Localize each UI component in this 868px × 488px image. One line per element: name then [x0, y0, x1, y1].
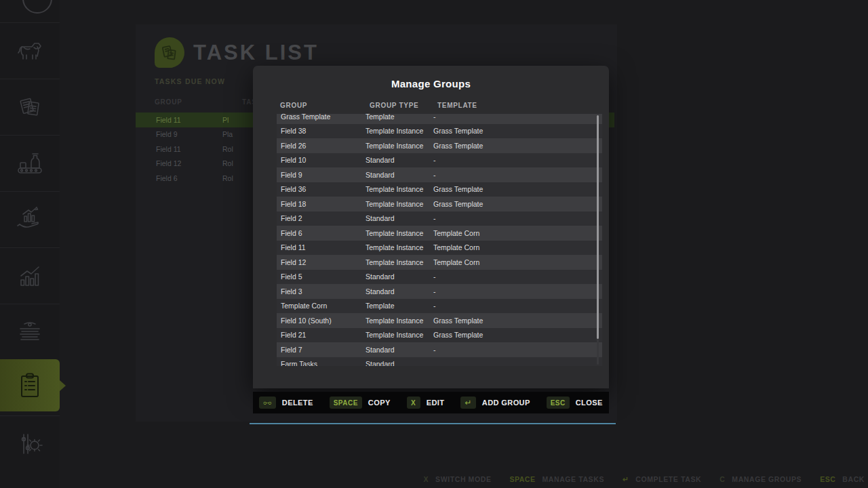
keycap: X — [407, 396, 420, 409]
group-cell: Field 5 — [277, 272, 366, 281]
statistics-icon — [15, 262, 45, 290]
dialog-button[interactable]: X EDIT — [407, 396, 445, 409]
enter-key-icon: ↵ — [460, 396, 476, 409]
group-row[interactable]: Field 11 Template Instance Template Corn — [277, 241, 602, 256]
group-row[interactable]: Farm Tasks Standard — [277, 357, 602, 367]
scrollbar-thumb[interactable] — [597, 115, 599, 339]
template-cell: - — [433, 346, 436, 354]
sidebar-selected-arrow — [60, 380, 66, 391]
button-label: DELETE — [282, 399, 313, 407]
template-cell: - — [433, 171, 436, 179]
group-row[interactable]: Field 2 Standard - — [277, 211, 602, 226]
sidebar-item-finances[interactable] — [0, 192, 60, 247]
group-row[interactable]: Field 5 Standard - — [277, 270, 602, 285]
footer-shortcut: ↵ COMPLETE TASK — [623, 475, 701, 483]
template-cell: - — [433, 272, 436, 281]
sidebar-item-statistics[interactable] — [0, 248, 60, 304]
sidebar-item-task-list[interactable] — [0, 359, 60, 411]
hint-label: SWITCH MODE — [435, 475, 491, 483]
template-cell: Grass Template — [433, 185, 483, 193]
group-cell: Template Corn — [277, 302, 366, 310]
group-type-cell: Template Instance — [366, 185, 433, 193]
group-cell: Field 21 — [277, 331, 366, 339]
group-type-cell: Template Instance — [366, 258, 433, 266]
hint-label: BACK — [842, 475, 865, 483]
group-cell: Field 10 — [277, 156, 366, 164]
group-cell: Grass Template — [277, 114, 366, 121]
task-cell: Rol — [222, 159, 233, 167]
group-type-cell: Standard — [366, 346, 433, 354]
group-type-cell: Standard — [366, 171, 433, 179]
group-type-cell: Template Instance — [366, 200, 433, 208]
sidebar-item-settings[interactable] — [0, 416, 60, 472]
group-cell: Field 12 — [277, 258, 366, 266]
dialog-button[interactable]: SPACE COPY — [330, 396, 391, 409]
documents-icon — [16, 94, 44, 121]
group-type-cell: Template Instance — [366, 142, 433, 150]
group-cell: Field 26 — [277, 142, 366, 150]
group-cell: Field 3 — [277, 287, 366, 296]
enter-key-icon: ↵ — [623, 475, 629, 483]
task-group-cell: Field 11 — [136, 116, 222, 124]
footer-shortcut: SPACE MANAGE TASKS — [510, 475, 605, 483]
sidebar — [0, 0, 60, 488]
bg-column-group: GROUP — [155, 98, 182, 106]
group-row[interactable]: Field 6 Template Instance Template Corn — [277, 226, 602, 241]
dialog-title: Manage Groups — [253, 78, 609, 89]
hint-keycap: SPACE — [510, 475, 536, 483]
footer-shortcut: C MANAGE GROUPS — [719, 475, 802, 483]
group-table: Grass Template Template - Field 38 Templ… — [277, 114, 602, 366]
task-group-cell: Field 11 — [136, 145, 222, 153]
group-type-cell: Standard — [366, 360, 433, 366]
template-cell: Grass Template — [433, 331, 483, 339]
group-cell: Field 38 — [277, 127, 366, 135]
sidebar-item-mod-logo[interactable] — [0, 304, 60, 360]
group-row[interactable]: Field 18 Template Instance Grass Templat… — [277, 197, 602, 211]
task-group-cell: Field 12 — [136, 159, 222, 167]
group-row[interactable]: Field 36 Template Instance Grass Templat… — [277, 182, 602, 197]
task-cell: Rol — [222, 145, 233, 153]
task-group-cell: Field 9 — [136, 130, 222, 138]
dialog-button[interactable]: ↵ ADD GROUP — [460, 396, 530, 409]
group-row[interactable]: Field 12 Template Instance Template Corn — [277, 255, 602, 270]
sidebar-item-contracts[interactable] — [0, 79, 60, 135]
group-type-cell: Standard — [366, 272, 433, 281]
template-cell: Grass Template — [433, 127, 483, 135]
hint-label: COMPLETE TASK — [635, 475, 701, 483]
sidebar-item-production[interactable] — [0, 136, 60, 191]
column-group: GROUP — [280, 102, 307, 109]
keycap: ESC — [547, 396, 570, 409]
group-type-cell: Template — [366, 114, 433, 121]
group-row[interactable]: Field 38 Template Instance Grass Templat… — [277, 124, 602, 139]
group-row[interactable]: Field 26 Template Instance Grass Templat… — [277, 138, 602, 153]
template-cell: Grass Template — [433, 142, 483, 150]
sidebar-item-animals[interactable] — [0, 23, 60, 79]
game-screen: TASK LIST TASKS DUE NOW GROUP TASK Field… — [0, 0, 868, 488]
group-row[interactable]: Field 9 Standard - — [277, 167, 602, 182]
hint-keycap: ESC — [820, 475, 835, 483]
group-type-cell: Template Instance — [366, 317, 433, 325]
group-type-cell: Template — [366, 302, 433, 310]
group-type-cell: Standard — [366, 156, 433, 164]
dialog-button[interactable]: ⧟ DELETE — [259, 396, 313, 409]
group-cell: Farm Tasks — [277, 360, 366, 366]
group-row[interactable]: Field 10 Standard - — [277, 153, 602, 168]
group-cell: Field 10 (South) — [277, 317, 366, 325]
keycap: SPACE — [330, 396, 362, 409]
group-row[interactable]: Field 10 (South) Template Instance Grass… — [277, 313, 602, 328]
button-label: COPY — [368, 399, 391, 407]
template-cell: Template Corn — [433, 229, 479, 237]
blue-divider — [250, 423, 616, 424]
hint-keycap: C — [719, 475, 725, 483]
footer-shortcuts: X SWITCH MODE SPACE MANAGE TASKS ↵ COMPL… — [424, 475, 865, 483]
group-row[interactable]: Field 3 Standard - — [277, 284, 602, 299]
scrollbar[interactable] — [597, 115, 599, 365]
group-row[interactable]: Field 21 Template Instance Grass Templat… — [277, 328, 602, 343]
group-row[interactable]: Field 7 Standard - — [277, 342, 602, 357]
template-cell: Grass Template — [433, 317, 483, 325]
group-row[interactable]: Template Corn Template - — [277, 299, 602, 314]
group-cell: Field 6 — [277, 229, 366, 237]
dialog-button[interactable]: ESC CLOSE — [547, 396, 603, 409]
group-row[interactable]: Grass Template Template - — [277, 114, 602, 124]
task-list-clipboard-icon — [14, 370, 45, 401]
